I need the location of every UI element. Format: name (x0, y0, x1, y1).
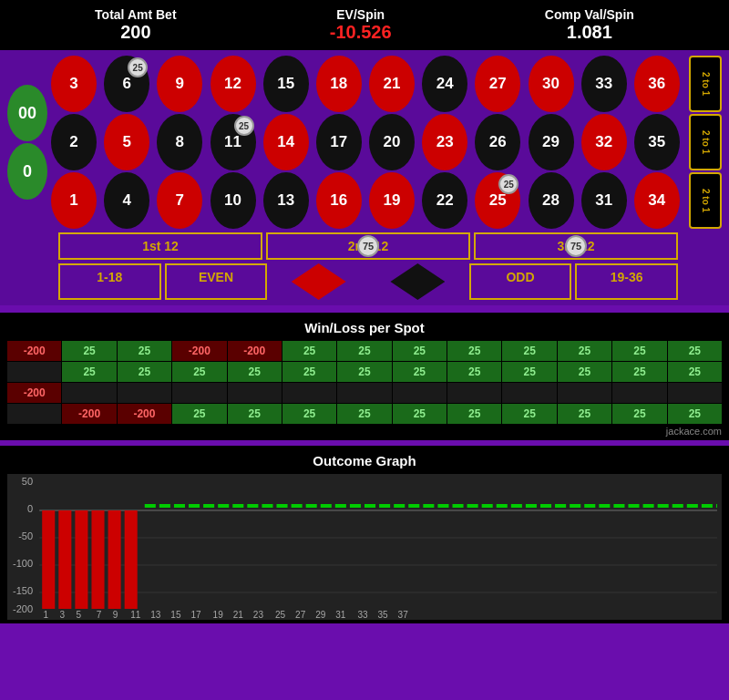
wl-cell-r0-c1: 25 (62, 341, 116, 361)
num-cell-33[interactable]: 33 (581, 56, 627, 112)
num-cell-17[interactable]: 17 (316, 114, 362, 170)
two-to-one-mid[interactable]: 2 to 1 (689, 114, 722, 170)
num-cell-30[interactable]: 30 (529, 56, 574, 112)
num-cell-14[interactable]: 14 (263, 114, 309, 170)
winloss-title: Win/Loss per Spot (7, 316, 722, 339)
num-cell-27[interactable]: 27 (475, 56, 520, 112)
num-cell-12[interactable]: 12 (210, 56, 256, 112)
ev-spin-block: EV/Spin -10.526 (330, 7, 392, 43)
num-cell-6[interactable]: 625 (104, 56, 149, 112)
num-cell-1[interactable]: 1 (51, 172, 97, 229)
even-odd-row: 1-18 EVEN ODD 19-36 (15, 263, 714, 300)
num-cell-7[interactable]: 7 (157, 172, 202, 229)
bet-1-18[interactable]: 1-18 (58, 263, 161, 300)
num-cell-4[interactable]: 4 (104, 172, 149, 229)
wl-cell-r0-c6: 25 (337, 341, 391, 361)
svg-text:-50: -50 (18, 530, 33, 541)
bet-even[interactable]: EVEN (165, 263, 268, 300)
svg-text:50: 50 (22, 476, 33, 487)
graph-title: Outcome Graph (7, 449, 722, 472)
dozen-1st[interactable]: 1st 12 (58, 232, 262, 260)
total-amt-bet-label: Total Amt Bet (95, 7, 176, 22)
bet-odd[interactable]: ODD (469, 263, 572, 300)
num-cell-25[interactable]: 2525 (475, 172, 520, 229)
zero-0[interactable]: 0 (7, 143, 47, 200)
num-cell-2[interactable]: 2 (51, 114, 97, 170)
bet-black[interactable] (370, 263, 466, 300)
num-cell-21[interactable]: 21 (369, 56, 415, 112)
num-cell-34[interactable]: 34 (634, 172, 680, 229)
wl-cell-r0-c3: -200 (172, 341, 226, 361)
wl-cell-r0-c0: -200 (7, 341, 61, 361)
svg-text:11: 11 (130, 610, 141, 620)
svg-rect-11 (42, 510, 55, 609)
num-cell-20[interactable]: 20 (369, 114, 415, 170)
num-cell-13[interactable]: 13 (263, 172, 309, 229)
num-cell-29[interactable]: 29 (529, 114, 574, 170)
wl-cell-r2-c6 (337, 383, 391, 403)
wl-cell-r2-c5 (282, 383, 336, 403)
num-cell-5[interactable]: 5 (104, 114, 149, 170)
num-cell-19[interactable]: 19 (369, 172, 415, 229)
num-cell-18[interactable]: 18 (316, 56, 362, 112)
bet-19-36[interactable]: 19-36 (575, 263, 678, 300)
wl-cell-r2-c12 (668, 383, 722, 403)
wl-cell-r3-c1: -200 (62, 404, 116, 424)
wl-cell-r2-c0: -200 (7, 383, 61, 403)
two-to-one-top[interactable]: 2 to 1 (689, 56, 722, 112)
num-cell-24[interactable]: 24 (422, 56, 467, 112)
num-cell-22[interactable]: 22 (422, 172, 467, 229)
wl-cell-r3-c8: 25 (447, 404, 501, 424)
bottom-bets: 1st 12 2nd 12 75 3rd 12 75 1-18 EVEN ODD… (7, 232, 722, 300)
wl-cell-r3-c6: 25 (337, 404, 391, 424)
wl-cell-r1-c5: 25 (282, 362, 336, 382)
dozen-2nd[interactable]: 2nd 12 75 (266, 232, 470, 260)
svg-text:27: 27 (295, 610, 306, 620)
num-cell-11[interactable]: 1125 (210, 114, 256, 170)
num-cell-3[interactable]: 3 (51, 56, 97, 112)
num-cell-35[interactable]: 35 (634, 114, 680, 170)
wl-cell-r2-c9 (502, 383, 556, 403)
svg-rect-16 (125, 510, 138, 609)
chip-11: 25 (234, 116, 254, 136)
num-cell-28[interactable]: 28 (529, 172, 574, 229)
num-cell-26[interactable]: 26 (475, 114, 520, 170)
num-cell-23[interactable]: 23 (422, 114, 467, 170)
svg-text:35: 35 (378, 610, 389, 620)
wl-cell-r0-c8: 25 (447, 341, 501, 361)
winloss-grid: -2002525-200-200252525252525252525252525… (7, 341, 722, 424)
num-cell-8[interactable]: 8 (157, 114, 202, 170)
wl-cell-r1-c0 (7, 362, 61, 382)
svg-text:21: 21 (233, 610, 244, 620)
svg-text:23: 23 (253, 610, 264, 620)
jackace-label: jackace.com (7, 426, 722, 437)
svg-text:-150: -150 (13, 585, 33, 596)
wl-cell-r1-c12: 25 (668, 362, 722, 382)
chip-dozen-2nd: 75 (357, 235, 379, 257)
wl-cell-r3-c7: 25 (393, 404, 447, 424)
wl-cell-r2-c10 (558, 383, 611, 403)
num-cell-10[interactable]: 10 (210, 172, 256, 229)
num-cell-31[interactable]: 31 (581, 172, 627, 229)
num-cell-9[interactable]: 9 (157, 56, 202, 112)
wl-cell-r2-c7 (393, 383, 447, 403)
zero-00[interactable]: 00 (7, 85, 47, 141)
svg-text:1: 1 (43, 610, 48, 620)
wl-cell-r3-c11: 25 (612, 404, 666, 424)
num-cell-32[interactable]: 32 (581, 114, 627, 170)
svg-text:29: 29 (315, 610, 326, 620)
wl-cell-r3-c10: 25 (558, 404, 611, 424)
wl-cell-r2-c2 (118, 383, 171, 403)
num-cell-15[interactable]: 15 (263, 56, 309, 112)
svg-text:9: 9 (113, 610, 118, 620)
num-cell-16[interactable]: 16 (316, 172, 362, 229)
svg-text:-200: -200 (13, 603, 33, 614)
num-cell-36[interactable]: 36 (634, 56, 680, 112)
dozen-3rd[interactable]: 3rd 12 75 (474, 232, 678, 260)
wl-cell-r3-c12: 25 (668, 404, 722, 424)
wl-cell-r2-c8 (447, 383, 501, 403)
wl-cell-r0-c2: 25 (118, 341, 171, 361)
wl-cell-r1-c7: 25 (393, 362, 447, 382)
two-to-one-bot[interactable]: 2 to 1 (689, 172, 722, 229)
bet-red[interactable] (271, 263, 366, 300)
